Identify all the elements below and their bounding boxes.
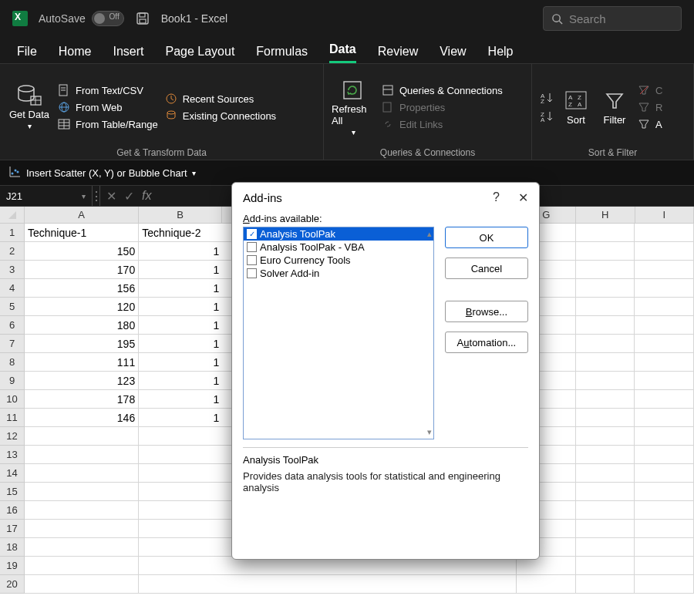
addin-list-item[interactable]: ✓Analysis ToolPak — [244, 227, 433, 241]
addin-item-label: Analysis ToolPak - VBA — [260, 241, 365, 253]
addin-list-item[interactable]: Solver Add-in — [244, 267, 433, 280]
addin-list-item[interactable]: Euro Currency Tools — [244, 254, 433, 267]
addin-desc-body: Provides data analysis tools for statist… — [243, 470, 528, 493]
checkbox-icon[interactable] — [247, 242, 257, 252]
addin-desc-title: Analysis ToolPak — [243, 454, 528, 466]
addin-item-label: Euro Currency Tools — [260, 254, 351, 266]
addins-dialog: Add-ins ? ✕ Add-ins available: ✓Analysis… — [231, 182, 540, 560]
help-icon[interactable]: ? — [493, 190, 500, 205]
checkbox-icon[interactable]: ✓ — [247, 229, 257, 239]
addin-item-label: Solver Add-in — [260, 268, 319, 279]
scroll-down-icon[interactable]: ▾ — [427, 427, 432, 437]
scroll-up-icon[interactable]: ▴ — [427, 229, 432, 239]
modal-overlay: Add-ins ? ✕ Add-ins available: ✓Analysis… — [0, 0, 694, 616]
addins-listbox[interactable]: ✓Analysis ToolPakAnalysis ToolPak - VBAE… — [243, 227, 434, 439]
close-icon[interactable]: ✕ — [518, 190, 528, 205]
addin-item-label: Analysis ToolPak — [260, 228, 335, 240]
cancel-button[interactable]: Cancel — [445, 258, 528, 279]
checkbox-icon[interactable] — [247, 255, 257, 265]
addin-list-item[interactable]: Analysis ToolPak - VBA — [244, 241, 433, 254]
dialog-title: Add-ins — [243, 191, 282, 204]
addins-available-label: Add-ins available: — [243, 213, 528, 224]
checkbox-icon[interactable] — [247, 268, 257, 278]
automation-button[interactable]: Automation... — [445, 332, 528, 353]
browse-button[interactable]: Browse... — [445, 301, 528, 322]
ok-button[interactable]: OK — [445, 227, 528, 248]
